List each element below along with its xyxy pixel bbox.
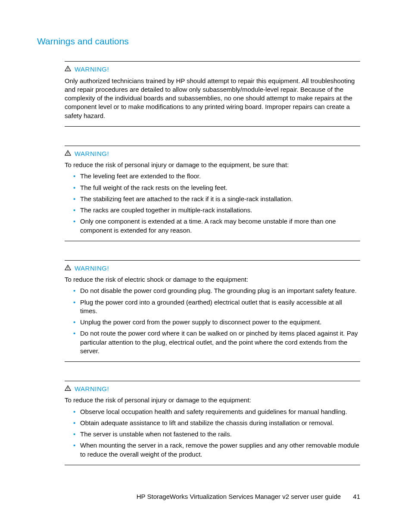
warning-label: WARNING! [75,264,109,273]
list-item: The racks are coupled together in multip… [73,206,360,215]
divider [65,465,360,465]
warning-label: WARNING! [75,65,109,74]
list-item: Observe local occupation health and safe… [73,408,360,416]
warning-block: WARNING! To reduce the risk of personal … [65,381,360,465]
warning-list: Do not disable the power cord grounding … [65,286,360,355]
list-item: The server is unstable when not fastened… [73,430,360,439]
divider [65,241,360,241]
warning-label: WARNING! [75,385,109,393]
warning-intro: To reduce the risk of personal injury or… [65,161,360,169]
warning-block: WARNING! To reduce the risk of personal … [65,146,360,241]
footer-title: HP StorageWorks Virtualization Services … [137,493,341,500]
warning-label: WARNING! [75,149,109,158]
page-number: 41 [353,493,360,500]
svg-point-7 [68,389,68,390]
list-item: Plug the power cord into a grounded (ear… [73,298,360,316]
divider [65,61,360,62]
list-item: Obtain adequate assistance to lift and s… [73,419,360,427]
section-heading: Warnings and cautions [37,35,360,47]
svg-point-3 [68,154,68,155]
svg-point-1 [68,70,68,71]
list-item: Do not route the power cord where it can… [73,329,360,355]
warning-icon [65,385,71,393]
divider [65,126,360,127]
warning-block: WARNING! To reduce the risk of electric … [65,260,360,362]
warning-icon [65,149,71,158]
list-item: The stabilizing feet are attached to the… [73,195,360,203]
divider [65,146,360,146]
warning-paragraph: Only authorized technicians trained by H… [65,77,360,120]
list-item: The leveling feet are extended to the fl… [73,172,360,180]
page-footer: HP StorageWorks Virtualization Services … [137,492,360,501]
list-item: Unplug the power cord from the power sup… [73,318,360,327]
warning-block: WARNING! Only authorized technicians tra… [65,61,360,127]
warning-list: The leveling feet are extended to the fl… [65,172,360,235]
warning-icon [65,65,71,74]
list-item: When mounting the server in a rack, remo… [73,441,360,459]
divider [65,381,360,381]
warning-icon [65,264,71,273]
svg-point-5 [68,269,68,270]
warning-list: Observe local occupation health and safe… [65,408,360,459]
list-item: The full weight of the rack rests on the… [73,184,360,192]
list-item: Only one component is extended at a time… [73,217,360,235]
list-item: Do not disable the power cord grounding … [73,286,360,295]
divider [65,361,360,362]
divider [65,260,360,261]
warning-intro: To reduce the risk of electric shock or … [65,275,360,284]
warning-intro: To reduce the risk of personal injury or… [65,396,360,404]
